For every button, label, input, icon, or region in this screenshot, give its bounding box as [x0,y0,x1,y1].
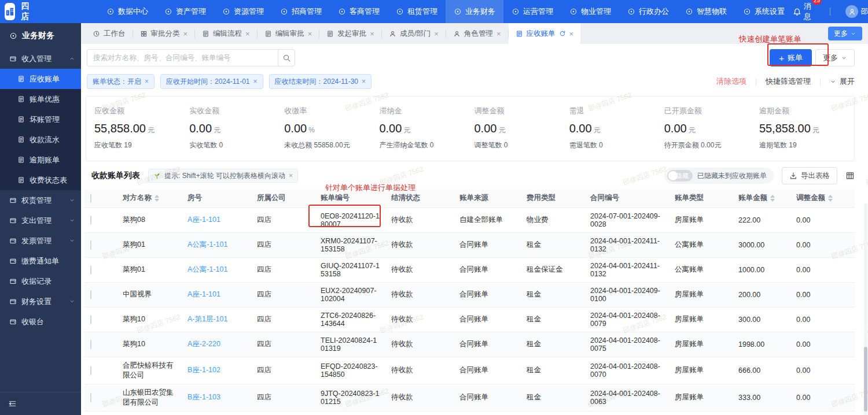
tab-工作台[interactable]: 工作台 [86,23,133,44]
room-link[interactable]: A座-2-220 [187,340,220,348]
nav-item-物业管理[interactable]: 物业管理 [561,0,619,23]
close-icon[interactable]: × [145,77,149,86]
room-link[interactable]: A座-1-101 [187,290,220,298]
room-link[interactable]: A-第1层-101 [187,315,227,323]
nav-item-数据中心[interactable]: 数据中心 [98,0,156,23]
user-menu[interactable]: 邵 [845,5,868,18]
close-icon[interactable]: × [253,77,258,86]
sidebar-item-缴费通知单[interactable]: 缴费通知单 [0,251,81,271]
room-link[interactable]: B座-1-103 [187,393,220,401]
nav-item-行政办公[interactable]: 行政办公 [619,0,677,23]
row-checkbox[interactable] [90,265,91,275]
nav-item-租赁管理[interactable]: 租赁管理 [388,0,446,23]
sidebar-item-财务设置[interactable]: 财务设置 [0,291,81,312]
close-icon[interactable]: × [289,172,293,180]
sidebar-item-权责管理[interactable]: 权责管理 [0,190,81,210]
sidebar-collapse-button[interactable] [0,392,81,415]
room-link[interactable]: A公寓-1-101 [187,265,227,273]
tab-label: 编辑流程 [213,29,242,39]
tab-发起审批[interactable]: 发起审批× [319,23,381,44]
col-header-账单来源[interactable]: 账单来源 [454,189,521,208]
room-link[interactable]: A公寓-1-101 [187,240,227,249]
col-header-账单金额[interactable]: 账单金额 [733,189,790,208]
toolbar-more-button[interactable]: 更多 [815,49,855,66]
col-header-费用类型[interactable]: 费用类型 [521,189,584,208]
export-table-button[interactable]: 导出表格 [782,167,837,184]
room-link[interactable]: A座-1-101 [187,216,220,224]
close-icon[interactable]: × [370,29,374,38]
quick-filter-manage-link[interactable]: 快捷筛选管理 [766,76,811,87]
expand-link[interactable]: 展开 [830,76,855,87]
nav-item-运营管理[interactable]: 运营管理 [503,0,561,23]
sidebar-item-收银台[interactable]: 收银台 [0,312,81,332]
sidebar-item-逾期账单[interactable]: 逾期账单 [0,150,81,170]
row-checkbox[interactable] [90,240,91,250]
sort-icon[interactable] [828,195,833,202]
col-header-对方名称[interactable]: 对方名称 [117,189,182,208]
nav-item-label: 运营管理 [523,6,553,17]
filter-chip[interactable]: 应收结束时间：2024-11-30× [269,74,372,89]
tab-应收账单[interactable]: 应收账单× [509,23,581,44]
sort-icon[interactable] [770,195,775,202]
nav-item-业务财务[interactable]: 业务财务 [446,0,503,23]
close-icon[interactable]: × [245,29,250,38]
col-header-房号[interactable]: 房号 [182,189,251,208]
filter-chip[interactable]: 应收开始时间：2024-11-01× [160,74,263,89]
close-icon[interactable]: × [183,29,188,38]
nav-item-招商管理[interactable]: 招商管理 [272,0,330,23]
search-input[interactable] [87,49,278,66]
tab-编辑流程[interactable]: 编辑流程× [195,23,257,44]
app-logo[interactable] [5,3,15,20]
filter-chip[interactable]: 账单状态：开启× [87,74,155,89]
close-icon[interactable]: × [362,77,366,86]
sidebar-item-发票管理[interactable]: 发票管理 [0,231,81,251]
col-header-结清状态[interactable]: 结清状态 [385,189,454,208]
close-icon[interactable]: × [569,29,574,38]
search-button[interactable] [278,49,295,66]
sidebar-item-收费状态表[interactable]: 收费状态表 [0,170,81,190]
row-checkbox[interactable] [90,290,91,299]
nav-item-资源管理[interactable]: 资源管理 [214,0,272,23]
nav-item-资产管理[interactable]: 资产管理 [156,0,214,23]
hide-toggle[interactable]: 隐藏 [667,170,693,181]
sidebar-item-应收账单[interactable]: 应收账单 [0,69,81,89]
close-icon[interactable]: × [496,29,501,38]
sidebar-item-收款流水[interactable]: 收款流水 [0,129,81,150]
col-header-合同编号[interactable]: 合同编号 [584,189,669,208]
col-header-所属公司[interactable]: 所属公司 [251,189,315,208]
scrollbar-thumb[interactable] [864,347,867,412]
col-header-账单编号[interactable]: 账单编号 [315,189,385,208]
row-checkbox[interactable] [90,393,91,402]
sidebar-item-账单优惠[interactable]: 账单优惠 [0,89,81,109]
close-icon[interactable]: × [434,29,439,38]
sidebar-item-坏账管理[interactable]: 坏账管理 [0,109,81,129]
col-header-账单类型[interactable]: 账单类型 [669,189,733,208]
row-checkbox[interactable] [90,216,91,225]
vertical-scrollbar[interactable] [864,203,867,415]
sort-icon[interactable] [155,195,159,202]
row-checkbox[interactable] [90,340,91,349]
row-checkbox[interactable] [90,315,91,324]
nav-item-客商管理[interactable]: 客商管理 [330,0,388,23]
room-link[interactable]: B座-1-102 [187,366,220,374]
select-all-checkbox[interactable] [90,194,91,203]
messages-button[interactable]: 消息 29 [793,1,811,22]
close-icon[interactable]: × [308,29,312,38]
col-header-调整金额[interactable]: 调整金额 [790,189,855,208]
tab-编辑审批[interactable]: 编辑审批× [258,23,319,44]
tabbar-more-button[interactable]: 更多 [828,27,862,40]
tab-审批分类[interactable]: 审批分类× [133,23,195,44]
row-checkbox[interactable] [90,366,91,375]
nav-item-系统设置[interactable]: 系统设置 [735,0,793,23]
divider [756,78,756,86]
add-bill-button[interactable]: + 账单 [770,49,812,66]
sidebar-item-支出管理[interactable]: 支出管理 [0,210,81,231]
column-settings-icon[interactable] [845,171,855,180]
tab-成员/部门[interactable]: 成员/部门× [382,23,446,44]
sidebar-item-收据记录[interactable]: 收据记录 [0,271,81,291]
nav-item-智慧物联[interactable]: 智慧物联 [677,0,735,23]
clear-filters-link[interactable]: 清除选项 [716,76,746,87]
tab-角色管理[interactable]: 角色管理× [446,23,508,44]
nav-item-label: 行政办公 [639,6,669,17]
sidebar-item-收入管理[interactable]: 收入管理 [0,49,81,69]
